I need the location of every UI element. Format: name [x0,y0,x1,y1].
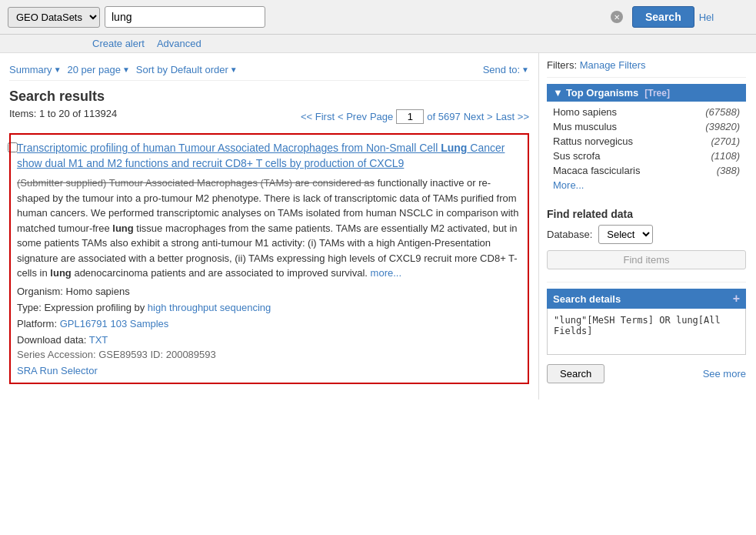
per-page-button[interactable]: 20 per page ▼ [68,64,130,75]
search-button[interactable]: Search [632,6,694,28]
organism-item: Sus scrofa (1108) [547,149,746,163]
more-organisms-link[interactable]: More... [547,178,746,192]
high-throughput-link[interactable]: high throughput sequencing [148,302,271,313]
per-page-arrow: ▼ [122,65,130,74]
organism-name: Mus musculus [553,121,617,132]
search-input-wrap: ✕ [105,6,628,28]
first-page-link[interactable]: << First [301,111,335,122]
pagination: << First < Prev Page of 5697 Next > Last… [301,109,529,124]
accession-row: Series Accession: GSE89593 ID: 200089593 [17,349,521,360]
toolbar: Summary ▼ 20 per page ▼ Sort by Default … [9,59,529,81]
download-row: Download data: TXT [17,334,521,346]
help-link[interactable]: Hel [699,12,714,23]
sidebar: Filters: Manage Filters ▼ Top Organisms … [538,53,754,400]
main-container: Summary ▼ 20 per page ▼ Sort by Default … [0,53,756,400]
page-of: of 5697 [427,111,460,122]
organism-count: (2701) [711,135,740,147]
search-details-header: Search details + [547,289,746,309]
send-to-button[interactable]: Send to: ▼ [483,64,529,75]
triangle-icon: ▼ [553,87,563,99]
send-to-container: Send to: ▼ [483,64,529,75]
organism-value: Homo sapiens [66,286,130,297]
platform-label: Platform: [17,318,57,329]
result-title-link[interactable]: Transcriptomic profiling of human Tumour… [17,141,521,171]
prev-page-link[interactable]: < Prev [338,111,367,122]
search-details-footer: Search See more [547,359,746,383]
database-row: Database: Select [547,225,746,244]
last-page-link[interactable]: Last >> [496,111,529,122]
strikethrough-text: (Submitter supplied) Tumour Associated M… [17,177,375,189]
search-details-title: Search details [553,293,621,305]
organisms-section: ▼ Top Organisms [Tree] Homo sapiens (675… [547,84,746,196]
organism-count: (1108) [711,150,740,162]
organisms-header: ▼ Top Organisms [Tree] [547,84,746,102]
sort-arrow: ▼ [230,65,238,74]
divider [547,282,746,283]
organism-item: Macaca fascicularis (388) [547,163,746,178]
organism-name: Macaca fascicularis [553,165,640,176]
page-label: Page [370,111,393,122]
tree-link[interactable]: [Tree] [644,88,670,99]
more-link[interactable]: more... [371,267,401,279]
platform-row: Platform: GPL16791 103 Samples [17,318,521,329]
sort-button[interactable]: Sort by Default order ▼ [136,64,238,75]
header: GEO DataSets ✕ Search Hel [0,0,756,35]
search-details-expand[interactable]: + [733,292,740,306]
organism-name: Rattus norvegicus [553,135,633,147]
organism-item: Homo sapiens (67588) [547,105,746,119]
result-item: Transcriptomic profiling of human Tumour… [9,133,529,384]
filters-row: Filters: Manage Filters [547,59,746,78]
type-row: Type: Expression profiling by high throu… [17,302,521,313]
next-page-link[interactable]: Next > [464,111,493,122]
database-label: Database: [547,229,592,240]
result-item-container: Transcriptomic profiling of human Tumour… [9,133,529,384]
db-select[interactable]: GEO DataSets [8,7,100,28]
per-page-label: 20 per page [68,64,121,75]
find-related-title: Find related data [547,208,746,220]
organism-count: (67588) [705,106,740,118]
type-value: Expression profiling by high throughput … [44,302,271,313]
organism-count: (39820) [705,121,740,132]
organism-label: Organism: [17,286,63,297]
create-alert-link[interactable]: Create alert [92,38,145,49]
search-details-section: Search details + "lung"[MeSH Terms] OR l… [547,289,746,383]
manage-filters-link[interactable]: Manage Filters [580,59,646,71]
sort-label: Sort by Default order [136,64,228,75]
sra-link[interactable]: SRA Run Selector [17,365,98,376]
find-items-button[interactable]: Find items [547,250,746,269]
search-input[interactable] [105,6,265,28]
clear-button[interactable]: ✕ [611,11,623,23]
results-heading: Search results [9,89,529,105]
advanced-link[interactable]: Advanced [157,38,201,49]
search-details-box: "lung"[MeSH Terms] OR lung[All Fields] [547,309,746,355]
organisms-title: Top Organisms [566,87,638,99]
platform-link[interactable]: GPL16791 [60,318,108,329]
send-to-arrow: ▼ [521,65,529,74]
organism-name: Homo sapiens [553,106,617,118]
accession-label: Accession: GSE89593 [48,349,148,360]
organism-list: Homo sapiens (67588) Mus musculus (39820… [547,102,746,196]
send-to-label: Send to: [483,64,520,75]
see-more-link[interactable]: See more [703,368,746,380]
type-label: Type: [17,302,42,313]
items-info: Items: 1 to 20 of 113924 [9,108,117,119]
organism-item: Rattus norvegicus (2701) [547,134,746,149]
database-select[interactable]: Select [598,225,653,244]
summary-button[interactable]: Summary ▼ [9,64,62,75]
content-area: Summary ▼ 20 per page ▼ Sort by Default … [0,53,538,400]
organism-name: Sus scrofa [553,150,600,162]
organism-row: Organism: Homo sapiens [17,286,521,297]
items-info-row: Items: 1 to 20 of 113924 << First < Prev… [9,108,529,125]
desc-text: functionally inactive or re-shaped by th… [17,177,518,279]
page-input[interactable] [396,109,424,124]
download-label: Download data: [17,334,86,346]
find-related-section: Find related data Database: Select Find … [547,208,746,269]
organism-item: Mus musculus (39820) [547,119,746,134]
download-link[interactable]: TXT [89,334,108,346]
sub-header: Create alert Advanced [0,35,756,53]
summary-arrow: ▼ [54,65,62,74]
samples-link[interactable]: 103 Samples [110,318,168,329]
organism-count: (388) [717,165,740,176]
search-sidebar-button[interactable]: Search [547,364,604,383]
sra-row: SRA Run Selector [17,365,521,376]
